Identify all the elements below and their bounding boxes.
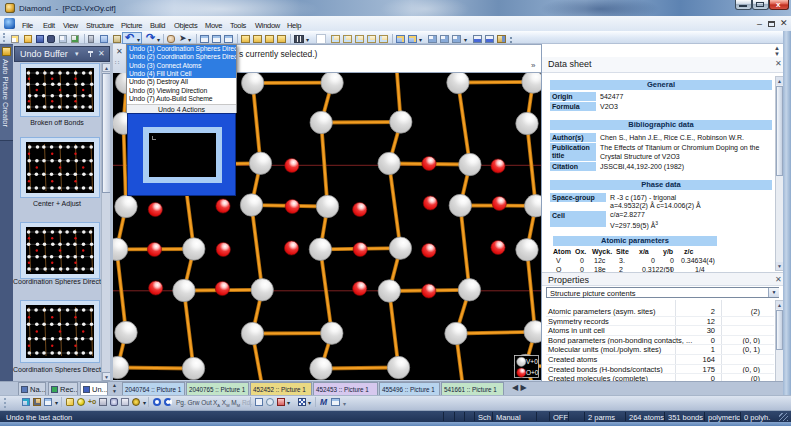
svg-text:V+0: V+0 bbox=[526, 358, 538, 365]
svg-text:O+0: O+0 bbox=[526, 369, 539, 376]
